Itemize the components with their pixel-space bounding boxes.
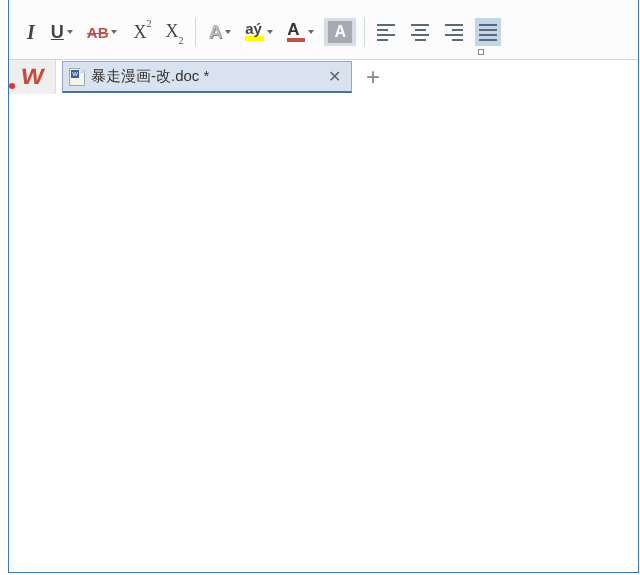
dropdown-icon — [67, 30, 73, 34]
plus-icon: + — [366, 63, 380, 91]
align-justify-button[interactable] — [475, 18, 501, 46]
align-justify-icon — [479, 24, 497, 41]
wps-logo-icon: W — [19, 64, 46, 90]
formatting-toolbar: I U AB X2 X2 A aý — [9, 0, 638, 60]
font-color-icon: A — [287, 23, 305, 42]
underline-button[interactable]: U — [47, 18, 77, 46]
highlight-button[interactable]: aý — [241, 18, 277, 46]
superscript-button[interactable]: X2 — [129, 18, 155, 46]
document-tab-active[interactable]: W 暴走漫画-改.doc * ✕ — [62, 61, 352, 93]
document-canvas[interactable] — [9, 113, 638, 572]
separator — [55, 60, 56, 94]
align-right-button[interactable] — [441, 18, 467, 46]
highlight-icon: aý — [245, 23, 264, 41]
italic-icon: I — [27, 21, 35, 44]
dropdown-icon — [267, 30, 273, 34]
strikethrough-icon: AB — [87, 24, 109, 41]
subscript-icon: X2 — [165, 21, 183, 44]
shading-icon: A — [328, 21, 352, 43]
character-shading-button[interactable]: A — [324, 18, 356, 46]
underline-icon: U — [51, 22, 64, 43]
dropdown-icon — [225, 30, 231, 34]
superscript-icon: X2 — [133, 22, 151, 43]
align-center-icon — [411, 24, 429, 41]
align-left-button[interactable] — [373, 18, 399, 46]
wps-home-button[interactable]: W — [9, 60, 55, 94]
dropdown-icon — [111, 30, 117, 34]
separator — [195, 18, 196, 46]
document-tab-title: 暴走漫画-改.doc * — [91, 67, 318, 86]
strikethrough-button[interactable]: AB — [83, 18, 122, 46]
notification-dot-icon — [9, 83, 15, 89]
align-right-icon — [445, 24, 463, 41]
doc-file-icon: W — [69, 68, 85, 86]
toolbar-overflow-icon[interactable] — [478, 49, 484, 55]
close-tab-button[interactable]: ✕ — [324, 67, 345, 86]
dropdown-icon — [308, 30, 314, 34]
align-center-button[interactable] — [407, 18, 433, 46]
app-window: I U AB X2 X2 A aý — [8, 0, 639, 573]
document-tab-bar: W W 暴走漫画-改.doc * ✕ + — [9, 60, 638, 94]
font-color-button[interactable]: A — [283, 18, 318, 46]
align-left-icon — [377, 24, 395, 41]
subscript-button[interactable]: X2 — [161, 18, 187, 46]
separator — [364, 18, 365, 46]
new-tab-button[interactable]: + — [358, 62, 388, 92]
text-effects-icon: A — [208, 21, 222, 43]
text-effects-button[interactable]: A — [204, 18, 235, 46]
italic-button[interactable]: I — [23, 18, 39, 46]
